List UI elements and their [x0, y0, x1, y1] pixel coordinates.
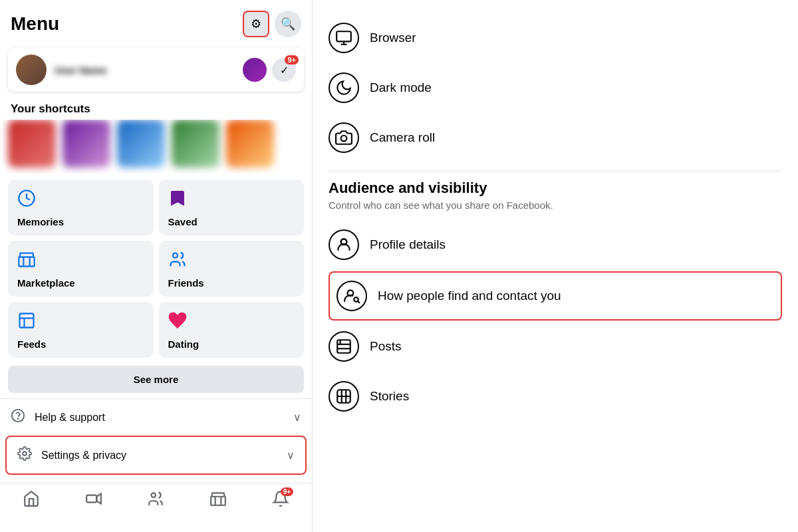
stories-label: Stories [370, 389, 409, 404]
profile-right: ✓ 9+ [243, 58, 296, 82]
shortcuts-label: Your shortcuts [0, 97, 312, 120]
menu-item-feeds[interactable]: Feeds [8, 302, 154, 358]
help-icon [11, 408, 25, 426]
menu-item-dating[interactable]: Dating [159, 302, 305, 358]
profile-name: User Name [55, 65, 243, 76]
friends-icon [168, 250, 295, 273]
shortcuts-row [0, 120, 312, 174]
camera-icon [329, 122, 359, 153]
browser-label: Browser [370, 31, 416, 45]
section-divider [329, 171, 782, 172]
shortcut-thumb-3 [117, 120, 165, 168]
menu-item-marketplace[interactable]: Marketplace [8, 241, 154, 297]
shortcut-5[interactable] [226, 120, 274, 168]
shortcut-1[interactable] [8, 120, 56, 168]
svg-point-18 [341, 136, 347, 142]
menu-grid: Memories Saved Marketplace Friends [0, 174, 312, 363]
profile-row[interactable]: User Name ✓ 9+ [8, 48, 304, 92]
menu-item-saved[interactable]: Saved [159, 180, 305, 235]
svg-marker-10 [96, 493, 101, 503]
right-item-how-people-find[interactable]: How people find and contact you [329, 271, 782, 321]
help-chevron-icon: ∨ [293, 411, 301, 424]
shortcut-thumb-1 [8, 120, 56, 168]
nav-video[interactable] [85, 490, 102, 507]
profile-details-icon [329, 229, 359, 260]
shortcut-2[interactable] [63, 120, 110, 168]
menu-header: Menu ⚙ 🔍 [0, 0, 312, 43]
svg-point-2 [173, 253, 178, 258]
nav-people[interactable] [147, 490, 164, 507]
shortcut-thumb-5 [226, 120, 274, 168]
right-item-stories[interactable]: Stories [329, 372, 782, 422]
help-support-item[interactable]: Help & support ∨ [0, 398, 312, 436]
right-item-camera-roll[interactable]: Camera roll [329, 113, 782, 163]
person-search-icon [336, 281, 367, 311]
audience-section: Audience and visibility Control who can … [329, 180, 782, 422]
friends-label: Friends [168, 277, 295, 289]
settings-privacy-container: Settings & privacy ∨ [5, 436, 307, 475]
search-icon-button[interactable]: 🔍 [275, 11, 301, 37]
posts-icon [329, 331, 359, 362]
menu-header-icons: ⚙ 🔍 [243, 11, 301, 37]
how-people-find-label: How people find and contact you [378, 289, 561, 303]
memories-label: Memories [17, 216, 144, 227]
dating-icon [168, 311, 295, 334]
dark-mode-label: Dark mode [370, 80, 432, 95]
menu-item-friends[interactable]: Friends [159, 241, 305, 297]
svg-rect-12 [211, 497, 225, 505]
dating-label: Dating [168, 338, 295, 350]
settings-icon-button[interactable]: ⚙ [243, 11, 269, 37]
shortcut-thumb-2 [63, 120, 110, 168]
bottom-nav: 9+ [0, 483, 312, 511]
nav-home[interactable] [23, 490, 40, 507]
posts-label: Posts [370, 339, 402, 354]
svg-rect-9 [86, 495, 96, 503]
camera-roll-label: Camera roll [370, 130, 435, 145]
top-menu-section: Browser Dark mode Camera roll [329, 13, 782, 163]
see-more-button[interactable]: See more [8, 366, 304, 393]
marketplace-label: Marketplace [17, 277, 144, 289]
bell-badge: 9+ [281, 487, 293, 496]
avatar [16, 55, 47, 85]
svg-rect-1 [19, 257, 34, 267]
right-item-browser[interactable]: Browser [329, 13, 782, 63]
svg-point-22 [354, 297, 358, 302]
menu-item-memories[interactable]: Memories [8, 180, 154, 235]
audience-title: Audience and visibility [329, 180, 782, 197]
svg-point-11 [152, 493, 156, 497]
svg-point-8 [23, 452, 27, 456]
audience-subtitle: Control who can see what you share on Fa… [329, 200, 782, 211]
feeds-icon [17, 311, 144, 334]
profile-details-label: Profile details [370, 237, 446, 252]
browser-icon [329, 23, 359, 53]
right-panel: Browser Dark mode Camera roll Audience a… [313, 0, 798, 532]
memories-icon [17, 189, 144, 212]
shortcut-thumb-4 [172, 120, 219, 168]
svg-rect-24 [337, 340, 350, 353]
help-support-label: Help & support [35, 412, 293, 424]
notification-badge[interactable]: ✓ 9+ [272, 58, 296, 82]
settings-chevron-icon: ∨ [287, 449, 295, 462]
feeds-label: Feeds [17, 338, 144, 350]
marketplace-icon [17, 250, 144, 273]
settings-privacy-label: Settings & privacy [41, 450, 287, 462]
svg-rect-15 [336, 31, 351, 41]
notification-count: 9+ [285, 55, 299, 65]
shortcut-4[interactable] [172, 120, 219, 168]
svg-line-23 [358, 301, 360, 303]
right-item-dark-mode[interactable]: Dark mode [329, 63, 782, 113]
settings-gear-icon [17, 446, 32, 464]
right-item-posts[interactable]: Posts [329, 322, 782, 372]
shortcut-3[interactable] [117, 120, 165, 168]
svg-rect-3 [20, 314, 34, 328]
menu-title: Menu [11, 13, 59, 35]
saved-label: Saved [168, 216, 295, 227]
settings-privacy-item[interactable]: Settings & privacy ∨ [7, 437, 305, 473]
moon-icon [329, 72, 359, 103]
stories-icon [329, 381, 359, 412]
nav-bell[interactable]: 9+ [272, 490, 289, 507]
nav-store[interactable] [209, 490, 227, 507]
secondary-avatar [243, 58, 267, 82]
right-item-profile-details[interactable]: Profile details [329, 220, 782, 270]
saved-icon [168, 189, 295, 212]
